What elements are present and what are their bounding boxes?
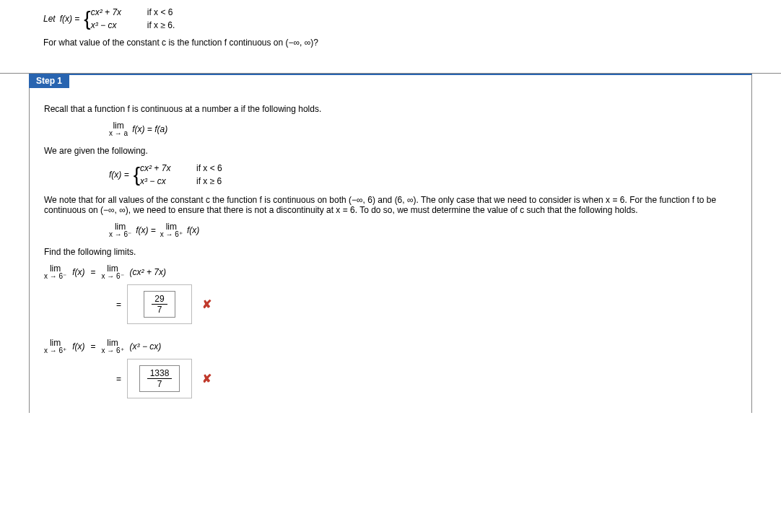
given-piecewise: f(x) = { cx² + 7x if x < 6 x³ − cx if x … <box>109 163 737 186</box>
limit-equality: lim x → 6⁻ f(x) = lim x → 6⁺ f(x) <box>109 222 737 238</box>
answer-denominator: 7 <box>157 379 162 388</box>
answer-numerator: 1338 <box>147 369 173 379</box>
left-brace: { <box>134 165 140 185</box>
piece-expr: x³ − cx <box>140 176 183 186</box>
piece-cond: if x < 6 <box>147 7 173 17</box>
lim-rhs: f(x) = f(a) <box>132 124 167 134</box>
step-header: Step 1 <box>29 74 69 88</box>
fx: f(x) <box>72 267 84 277</box>
fx-equals: f(x) = <box>109 170 129 180</box>
fx-equals: f(x) = <box>60 14 80 24</box>
lim-sub: x → 6⁺ <box>44 347 66 354</box>
piece-expr: x³ − cx <box>91 20 134 30</box>
answer-fraction: 29 7 <box>152 295 167 314</box>
lim-sub: x → 6⁺ <box>160 231 183 238</box>
limit-block-left: lim x → 6⁻ f(x) = lim x → 6⁻ (cx² + 7x) … <box>44 264 737 324</box>
piece-expr: cx² + 7x <box>140 163 183 173</box>
fx: f(x) <box>72 341 84 352</box>
piece-cond: if x ≥ 6 <box>196 176 222 186</box>
equals: = <box>90 267 95 277</box>
given-text: We are given the following. <box>44 146 737 156</box>
piece-expr: cx² + 7x <box>91 7 134 17</box>
lim-sub: x → 6⁺ <box>101 347 123 354</box>
rhs-expr: (x³ − cx) <box>130 341 162 352</box>
piece-cond: if x ≥ 6. <box>147 20 175 30</box>
let-text: Let <box>43 14 56 24</box>
left-brace: { <box>84 9 90 29</box>
incorrect-icon: ✘ <box>202 372 211 385</box>
lim-sub: x → 6⁻ <box>101 273 123 280</box>
question-area: Let f(x) = { cx² + 7x if x < 6 x³ − cx i… <box>0 0 781 74</box>
equals: = <box>116 374 121 384</box>
answer-numerator: 29 <box>152 295 167 305</box>
rhs-expr: (cx² + 7x) <box>130 267 166 277</box>
answer-box[interactable]: 29 7 <box>127 284 192 324</box>
lim-mid: f(x) = <box>136 225 156 235</box>
lim-sub: x → 6⁻ <box>109 231 131 238</box>
lim-rhs: f(x) <box>187 225 199 235</box>
question-definition: Let f(x) = { cx² + 7x if x < 6 x³ − cx i… <box>43 7 752 30</box>
incorrect-icon: ✘ <box>202 297 211 311</box>
lim-sub: x → 6⁻ <box>44 273 66 280</box>
piecewise-function: { cx² + 7x if x < 6 x³ − cx if x ≥ 6. <box>84 7 175 30</box>
answer-fraction: 1338 7 <box>147 369 173 388</box>
answer-box[interactable]: 1338 7 <box>127 359 192 398</box>
recall-text: Recall that a function f is continuous a… <box>44 104 737 114</box>
equals: = <box>116 300 121 310</box>
equals: = <box>90 341 95 352</box>
question-prompt: For what value of the constant c is the … <box>43 38 752 48</box>
limit-definition: lim x → a f(x) = f(a) <box>109 121 737 137</box>
answer-denominator: 7 <box>157 305 162 314</box>
lim-sub: x → a <box>109 130 128 137</box>
note-text: We note that for all values of the const… <box>44 195 737 215</box>
find-text: Find the following limits. <box>44 247 737 257</box>
piece-cond: if x < 6 <box>196 163 222 173</box>
limit-block-right: lim x → 6⁺ f(x) = lim x → 6⁺ (x³ − cx) =… <box>44 339 737 398</box>
step-body: Recall that a function f is continuous a… <box>29 88 752 413</box>
